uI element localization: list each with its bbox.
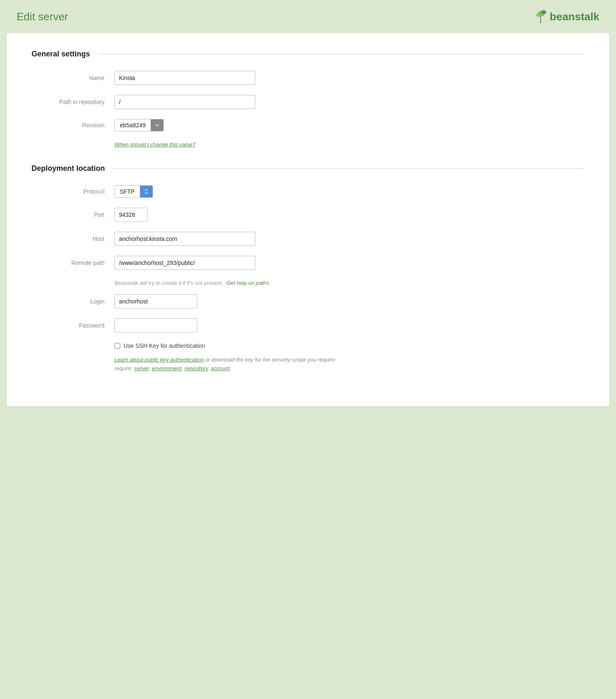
chevron-down-icon [154, 122, 160, 128]
general-settings-divider [98, 54, 584, 54]
password-row: Password [32, 318, 584, 333]
beanstalk-logo-icon [533, 9, 548, 24]
remote-path-input[interactable] [114, 256, 255, 270]
deployment-divider [113, 168, 584, 169]
logo-text: beanstalk [550, 10, 599, 23]
revision-value: eb5a8249 [115, 119, 151, 131]
path-row: Path in repository [32, 95, 584, 109]
logo: beanstalk [533, 9, 599, 24]
protocol-value: SFTP [115, 186, 140, 197]
path-label: Path in repository [32, 99, 114, 105]
auth-info-text: Learn about public key authentication or… [114, 356, 584, 373]
name-label: Name [32, 75, 114, 81]
general-settings-section: General settings Name Path in repository… [32, 50, 584, 148]
login-label: Login [32, 298, 114, 305]
revision-row: Revision eb5a8249 [32, 119, 584, 131]
auth-link-server[interactable]: server [134, 365, 149, 371]
ssh-key-checkbox[interactable] [114, 343, 120, 349]
password-input[interactable] [114, 318, 197, 333]
revision-dropdown-button[interactable] [151, 119, 163, 131]
name-input[interactable] [114, 71, 255, 85]
revision-label: Revision [32, 122, 114, 129]
remote-path-label: Remote path [32, 260, 114, 266]
general-settings-title: General settings [32, 50, 90, 58]
remote-path-row: Remote path [32, 256, 584, 270]
protocol-dropdown-button[interactable] [140, 186, 153, 197]
auth-text-middle: or download the key for the security sco… [204, 357, 336, 363]
port-input[interactable] [114, 208, 148, 222]
learn-public-key-link[interactable]: Learn about public key authentication [114, 357, 204, 363]
svg-point-1 [541, 10, 546, 14]
protocol-label: Protocol [32, 188, 114, 195]
protocol-row: Protocol SFTP [32, 185, 584, 198]
host-row: Host [32, 232, 584, 246]
host-input[interactable] [114, 232, 255, 246]
port-label: Port [32, 211, 114, 218]
path-input[interactable] [114, 95, 255, 109]
deployment-section: Deployment location Protocol SFTP Port [32, 164, 584, 373]
page-title: Edit server [17, 10, 68, 23]
auth-link-repository[interactable]: repository [184, 365, 208, 371]
logo-stalk: stalk [575, 10, 599, 23]
host-label: Host [32, 235, 114, 242]
remote-path-hint: Beanstalk will try to create it if it's … [114, 280, 584, 286]
main-content: General settings Name Path in repository… [7, 33, 609, 406]
protocol-select-container: SFTP [114, 185, 153, 198]
revision-help-link[interactable]: When should I change this value? [114, 141, 584, 148]
login-row: Login [32, 294, 584, 308]
ssh-key-row: Use SSH Key for authentication [114, 342, 584, 349]
general-settings-header: General settings [32, 50, 584, 58]
revision-select-container: eb5a8249 [114, 119, 164, 131]
up-down-arrows-icon [143, 189, 149, 194]
ssh-key-label[interactable]: Use SSH Key for authentication [124, 342, 205, 349]
auth-text-require: require: [114, 365, 134, 371]
get-help-paths-link[interactable]: Get help on paths. [226, 280, 270, 286]
auth-link-account[interactable]: account [211, 365, 230, 371]
deployment-title: Deployment location [32, 164, 105, 173]
top-bar: Edit server beanstalk [0, 0, 616, 33]
remote-path-hint-text: Beanstalk will try to create it if it's … [114, 280, 223, 286]
logo-bean: bean [550, 10, 575, 23]
deployment-header: Deployment location [32, 164, 584, 173]
auth-link-environment[interactable]: environment [152, 365, 182, 371]
login-input[interactable] [114, 294, 197, 308]
password-label: Password [32, 322, 114, 329]
port-row: Port [32, 208, 584, 222]
name-row: Name [32, 71, 584, 85]
